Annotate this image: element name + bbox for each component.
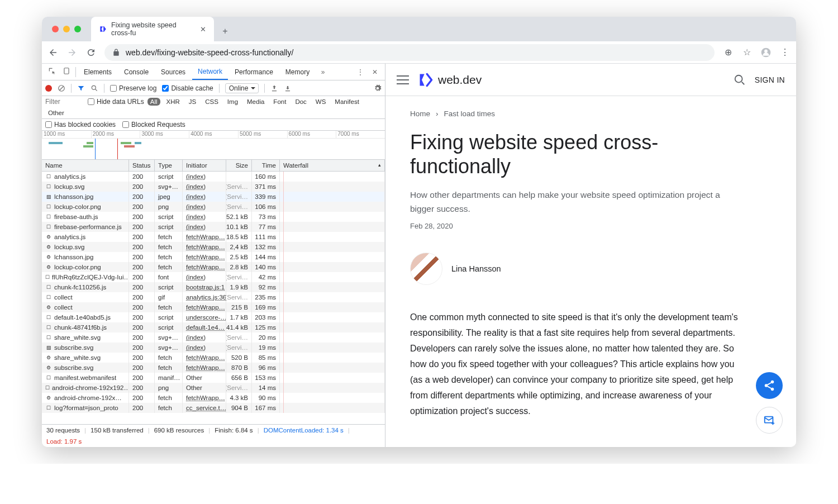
chevron-right-icon: › [436, 110, 439, 118]
tab-memory[interactable]: Memory [280, 64, 315, 80]
close-tab-icon[interactable]: ✕ [200, 25, 206, 34]
share-fab[interactable] [756, 372, 783, 399]
network-row[interactable]: ⚙lockup.svg200fetchfetchWrapp…2,4 kB132 … [42, 242, 385, 252]
tab-network[interactable]: Network [192, 64, 228, 80]
filter-js[interactable]: JS [186, 98, 199, 106]
network-row[interactable]: ☐chunk-fc110256.js200scriptbootstrap.js:… [42, 282, 385, 292]
throttling-select[interactable]: Online [225, 83, 259, 93]
tab-elements[interactable]: Elements [78, 64, 117, 80]
filter-media[interactable]: Media [244, 98, 267, 106]
network-row[interactable]: ⚙analytics.js200fetchfetchWrapp…18.5 kB1… [42, 232, 385, 242]
inspect-icon[interactable] [45, 67, 59, 77]
network-row[interactable]: ☐firebase-auth.js200script(index)52.1 kB… [42, 212, 385, 222]
subscribe-fab[interactable] [756, 407, 783, 434]
clear-icon[interactable] [58, 84, 65, 92]
filter-font[interactable]: Font [270, 98, 289, 106]
record-button[interactable] [45, 85, 52, 92]
network-row[interactable]: ▧lchansson.jpg200jpeg(index)(Servi…339 m… [42, 192, 385, 202]
filter-input[interactable] [45, 98, 84, 106]
signin-button[interactable]: SIGN IN [755, 75, 785, 84]
blocked-requests-checkbox[interactable]: Blocked Requests [122, 121, 185, 129]
disable-cache-checkbox[interactable]: Disable cache [162, 84, 213, 92]
menu-button[interactable] [397, 75, 409, 84]
new-tab-button[interactable]: + [217, 23, 233, 39]
network-row[interactable]: ☐chunk-48741f6b.js200scriptdefault-1e4…4… [42, 322, 385, 332]
svg-point-5 [92, 85, 96, 89]
lock-icon [112, 49, 120, 56]
network-row[interactable]: ⚙share_white.svg200fetchfetchWrapp…520 B… [42, 353, 385, 363]
network-table-header: Name Status Type Initiator Size Time Wat… [42, 160, 385, 172]
close-window-button[interactable] [52, 26, 59, 32]
hide-data-urls-checkbox[interactable]: Hide data URLs [88, 98, 144, 106]
search-icon[interactable] [91, 84, 98, 92]
network-row[interactable]: ☐analytics.js200script(index)160 ms [42, 172, 385, 182]
network-row[interactable]: ☐manifest.webmanifest200manif…Other656 B… [42, 373, 385, 383]
network-row[interactable]: ☐share_white.svg200svg+…(index)(Servi…20… [42, 332, 385, 343]
network-row[interactable]: ☐log?format=json_proto200fetchcc_service… [42, 403, 385, 413]
settings-icon[interactable] [374, 84, 382, 92]
back-button[interactable] [47, 47, 59, 58]
network-row[interactable]: ☐collect200gifanalytics.js:36(Servi…235 … [42, 292, 385, 302]
svg-line-13 [768, 386, 771, 388]
network-row[interactable]: ⚙subscribe.svg200fetchfetchWrapp…870 B96… [42, 363, 385, 373]
reload-button[interactable] [85, 47, 97, 58]
network-row[interactable]: ☐android-chrome-192x192…200pngOther(Serv… [42, 383, 385, 393]
more-tabs-icon[interactable]: » [316, 68, 330, 76]
col-size[interactable]: Size [226, 160, 252, 171]
network-row[interactable]: ☐flUhRq6tzZclQEJ-Vdg-Iui…200font(index)(… [42, 272, 385, 282]
filter-img[interactable]: Img [225, 98, 241, 106]
install-icon[interactable]: ⊕ [722, 47, 734, 58]
filter-css[interactable]: CSS [202, 98, 221, 106]
upload-har-icon[interactable] [270, 84, 278, 92]
network-row[interactable]: ☐lockup-color.png200png(index)(Servi…106… [42, 202, 385, 212]
tab-sources[interactable]: Sources [155, 64, 191, 80]
col-name[interactable]: Name [42, 160, 129, 171]
site-logo[interactable]: web.dev [418, 72, 482, 88]
tab-performance[interactable]: Performance [229, 64, 279, 80]
preserve-log-checkbox[interactable]: Preserve log [110, 84, 156, 92]
network-row[interactable]: ▧subscribe.svg200svg+…(index)(Servi…19 m… [42, 343, 385, 353]
filter-ws[interactable]: WS [313, 98, 329, 106]
col-type[interactable]: Type [155, 160, 183, 171]
address-bar[interactable]: web.dev/fixing-website-speed-cross-funct… [104, 44, 715, 61]
profile-icon[interactable] [760, 47, 772, 58]
forward-button[interactable] [66, 47, 78, 58]
col-status[interactable]: Status [129, 160, 155, 171]
network-table-body[interactable]: ☐analytics.js200script(index)160 ms☐lock… [42, 172, 385, 424]
device-toggle-icon[interactable] [60, 67, 73, 77]
network-row[interactable]: ☐firebase-performance.js200script(index)… [42, 222, 385, 232]
col-initiator[interactable]: Initiator [183, 160, 226, 171]
crumb-home[interactable]: Home [410, 110, 430, 118]
devtools-tabs: Elements Console Sources Network Perform… [42, 64, 385, 80]
network-row[interactable]: ☐default-1e40abd5.js200scriptunderscore-… [42, 312, 385, 322]
col-time[interactable]: Time [252, 160, 280, 171]
filter-xhr[interactable]: XHR [164, 98, 183, 106]
network-row[interactable]: ⚙collect200fetchfetchWrapp…215 B169 ms [42, 302, 385, 312]
minimize-window-button[interactable] [63, 26, 70, 32]
bookmark-icon[interactable]: ☆ [741, 47, 753, 58]
network-row[interactable]: ☐lockup.svg200svg+…(index)(Servi…371 ms [42, 182, 385, 192]
filter-doc[interactable]: Doc [292, 98, 309, 106]
network-row[interactable]: ⚙lockup-color.png200fetchfetchWrapp…2.8 … [42, 262, 385, 272]
svg-point-10 [765, 384, 768, 387]
filter-manifest[interactable]: Manifest [332, 98, 361, 106]
filter-all[interactable]: All [147, 98, 160, 106]
tab-console[interactable]: Console [118, 64, 154, 80]
crumb-section[interactable]: Fast load times [444, 110, 496, 118]
author-avatar[interactable] [410, 253, 442, 285]
network-overview[interactable]: 1000 ms2000 ms3000 ms4000 ms5000 ms6000 … [42, 131, 385, 160]
filter-other[interactable]: Other [45, 109, 67, 117]
col-waterfall[interactable]: Waterfall [280, 160, 385, 171]
filter-icon[interactable] [77, 84, 85, 92]
network-row[interactable]: ⚙lchansson.jpg200fetchfetchWrapp…2.5 kB1… [42, 252, 385, 262]
download-har-icon[interactable] [284, 84, 292, 92]
browser-tab[interactable]: Fixing website speed cross-fu ✕ [91, 17, 214, 41]
blocked-cookies-checkbox[interactable]: Has blocked cookies [45, 121, 116, 129]
maximize-window-button[interactable] [74, 26, 81, 32]
network-row[interactable]: ⚙android-chrome-192x…200fetchfetchWrapp…… [42, 393, 385, 403]
author-name[interactable]: Lina Hansson [451, 264, 501, 273]
search-button[interactable] [734, 74, 746, 86]
menu-icon[interactable]: ⋮ [779, 47, 791, 58]
devtools-menu-icon[interactable]: ⋮ [354, 68, 367, 76]
devtools-close-icon[interactable]: ✕ [368, 68, 382, 76]
